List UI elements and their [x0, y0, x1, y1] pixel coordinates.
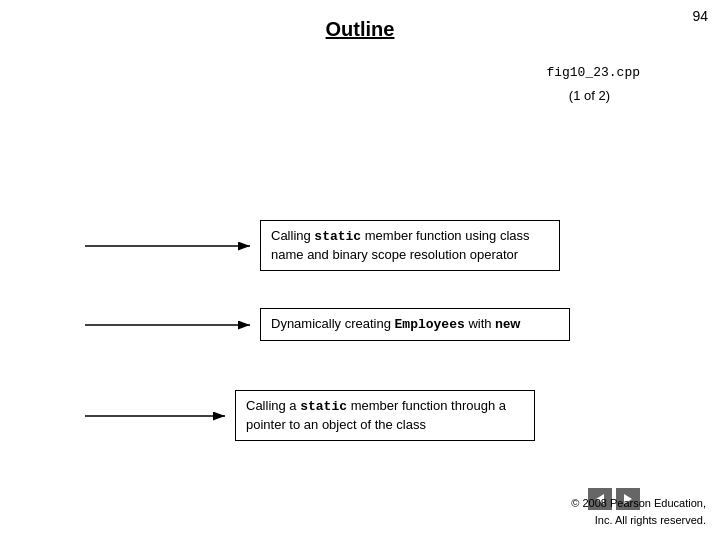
- page-title: Outline: [326, 18, 395, 41]
- box3: Calling a static member function through…: [235, 390, 535, 441]
- copyright: © 2008 Pearson Education,Inc. All rights…: [571, 495, 706, 528]
- box2: Dynamically creating Employees with new: [260, 308, 570, 341]
- of-label: (1 of 2): [569, 88, 610, 103]
- row1: Calling static member function using cla…: [80, 220, 560, 271]
- page-number: 94: [692, 8, 708, 24]
- arrow2: [80, 310, 260, 340]
- subtitle: fig10_23.cpp: [546, 65, 640, 80]
- box1: Calling static member function using cla…: [260, 220, 560, 271]
- row2: Dynamically creating Employees with new: [80, 308, 570, 341]
- row3: Calling a static member function through…: [80, 390, 535, 441]
- arrow3: [80, 401, 235, 431]
- arrow1: [80, 231, 260, 261]
